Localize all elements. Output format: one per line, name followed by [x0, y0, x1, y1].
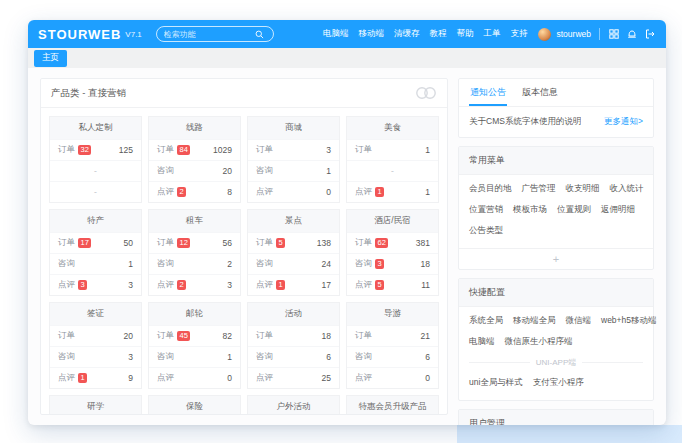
metric-value: 6: [326, 352, 331, 362]
notice-item[interactable]: 关于CMS系统字体使用的说明: [469, 116, 581, 128]
common-menu-link[interactable]: 公告类型: [469, 225, 503, 237]
metric-value: 82: [223, 331, 232, 341]
count-badge: 3: [78, 280, 87, 290]
product-card: 美食订单1-点评11: [346, 116, 439, 203]
product-card-row: 点评0: [347, 367, 438, 388]
user-management-panel: 用户管理 会员管理管理员管理供应商管理分销商管理OTA分销: [458, 409, 654, 425]
metric-label: 订单: [256, 144, 273, 156]
notice-tabs: 通知公告 版本信息: [459, 79, 653, 107]
search-input[interactable]: [164, 30, 250, 39]
common-menu-link[interactable]: 位置规则: [557, 204, 591, 216]
product-card-row: 订单1750: [50, 232, 141, 253]
metric-label: 点评1: [256, 279, 285, 291]
product-card-row: 点评19: [50, 367, 141, 388]
product-card-row: 咨询1: [50, 253, 141, 274]
metric-label: 点评2: [157, 186, 186, 198]
product-card: 邮轮订单4582咨询1点评0: [148, 302, 241, 389]
product-card-row: -: [50, 160, 141, 181]
metric-label: 订单17: [58, 237, 91, 249]
count-badge: 5: [375, 280, 384, 290]
quick-config-link[interactable]: 微信端: [566, 315, 592, 327]
product-card-row: 点评28: [149, 181, 240, 202]
metric-value: 2: [227, 259, 232, 269]
count-badge: 32: [78, 145, 91, 155]
quick-config-link[interactable]: web+h5移动端: [601, 315, 657, 327]
quick-config-link[interactable]: 微信原生小程序端: [505, 336, 573, 348]
top-nav-link[interactable]: 移动端: [359, 28, 385, 40]
apps-grid-icon[interactable]: [608, 28, 620, 40]
product-card: 活动订单18咨询6点评25: [247, 302, 340, 389]
metric-label: 咨询: [355, 351, 372, 363]
more-notices-link[interactable]: 更多通知>: [604, 116, 643, 128]
metric-value: 125: [119, 145, 133, 155]
username[interactable]: stourweb: [557, 29, 592, 39]
metric-label: 订单: [58, 330, 75, 342]
logo: STOURWEB: [38, 27, 121, 42]
quick-config-link[interactable]: 电脑端: [469, 336, 495, 348]
product-card: 特产订单1750咨询1点评33: [49, 209, 142, 296]
product-card-row: 点评11: [347, 181, 438, 202]
tab-home[interactable]: 主页: [34, 50, 67, 67]
metric-label: 点评1: [58, 372, 87, 384]
common-menu-link[interactable]: 收支明细: [566, 183, 600, 195]
quick-config-links-primary: 系统全局移动端全局微信端web+h5移动端电脑端微信原生小程序端: [469, 315, 643, 348]
quick-config-link[interactable]: 移动端全局: [513, 315, 556, 327]
top-nav-link[interactable]: 支持: [511, 28, 528, 40]
metric-label: 点评2: [157, 279, 186, 291]
metric-label: 订单: [355, 144, 372, 156]
product-card-row: 订单841029: [149, 139, 240, 160]
uniapp-divider-label: UNI-APP端: [536, 357, 576, 368]
top-nav-link[interactable]: 教程: [430, 28, 447, 40]
common-menu-link[interactable]: 会员目的地: [469, 183, 512, 195]
search-icon[interactable]: [254, 28, 266, 40]
product-card: 景点订单5138咨询24点评117: [247, 209, 340, 296]
top-nav-link[interactable]: 帮助: [457, 28, 474, 40]
quick-config-uniapp-link[interactable]: 支付宝小程序: [533, 377, 584, 389]
quick-config-links-uniapp: uni全局与样式支付宝小程序: [469, 377, 643, 389]
search-box[interactable]: [156, 26, 274, 42]
product-card: 保险订单38--: [148, 395, 241, 415]
add-menu-button[interactable]: +: [459, 248, 653, 269]
product-card-row: 订单4582: [149, 325, 240, 346]
metric-label: 点评: [157, 372, 174, 384]
metric-label: 订单: [355, 330, 372, 342]
product-card-title: 租车: [149, 210, 240, 232]
common-menu-link[interactable]: 模板市场: [513, 204, 547, 216]
logout-icon[interactable]: [644, 28, 656, 40]
product-card-row: 咨询2: [149, 253, 240, 274]
top-nav: 电脑端移动端清缓存教程帮助工单支持: [323, 28, 528, 40]
top-nav-link[interactable]: 清缓存: [394, 28, 420, 40]
count-badge: 17: [78, 238, 91, 248]
avatar[interactable]: [538, 28, 551, 41]
count-badge: 1: [78, 373, 87, 383]
top-nav-link[interactable]: 工单: [484, 28, 501, 40]
common-menu-link[interactable]: 收入统计: [610, 183, 644, 195]
quick-config-link[interactable]: 系统全局: [469, 315, 503, 327]
tab-version-info[interactable]: 版本信息: [521, 79, 559, 106]
metric-value: 0: [425, 373, 430, 383]
metric-value: 17: [322, 280, 331, 290]
tab-notice-announcements[interactable]: 通知公告: [469, 79, 507, 106]
rings-icon: [415, 86, 437, 100]
common-menu-row: 公告类型: [469, 225, 643, 237]
product-card-title: 研学: [50, 396, 141, 415]
metric-value: 3: [326, 145, 331, 155]
product-card-row: 咨询6: [248, 346, 339, 367]
common-menu-link[interactable]: 位置营销: [469, 204, 503, 216]
metric-value: 24: [322, 259, 331, 269]
notice-panel: 通知公告 版本信息 关于CMS系统字体使用的说明 更多通知>: [458, 78, 654, 138]
metric-label: 点评: [355, 372, 372, 384]
common-menu-link[interactable]: 广告管理: [522, 183, 556, 195]
product-card-row: 订单5138: [248, 232, 339, 253]
metric-label: 订单45: [157, 330, 190, 342]
product-card: 户外活动订单18143咨询14点评: [247, 395, 340, 415]
product-card-title: 保险: [149, 396, 240, 415]
product-card-row: 订单21: [347, 325, 438, 346]
quick-config-uniapp-link[interactable]: uni全局与样式: [469, 377, 523, 389]
metric-value: 3: [227, 280, 232, 290]
common-menu-link[interactable]: 返佣明细: [601, 204, 635, 216]
logo-version: V7.1: [125, 30, 141, 39]
service-bell-icon[interactable]: [626, 28, 638, 40]
top-nav-link[interactable]: 电脑端: [323, 28, 349, 40]
metric-label: 点评3: [58, 279, 87, 291]
